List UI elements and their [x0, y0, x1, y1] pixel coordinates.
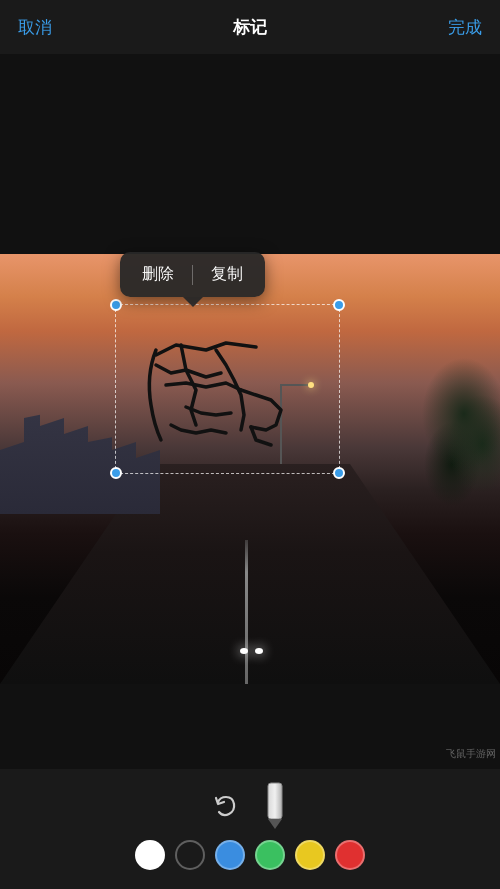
handle-bottom-left[interactable] [110, 467, 122, 479]
watermark: 飞鼠手游网 [446, 743, 496, 761]
color-black[interactable] [175, 840, 205, 870]
cancel-button[interactable]: 取消 [18, 16, 52, 39]
color-green[interactable] [255, 840, 285, 870]
top-bar: 取消 标记 完成 [0, 0, 500, 54]
tool-row [207, 788, 293, 824]
road-line [245, 524, 248, 684]
handle-top-left[interactable] [110, 299, 122, 311]
image-canvas[interactable]: 删除 复制 [0, 54, 500, 769]
trees-right [380, 334, 500, 534]
delete-menu-item[interactable]: 删除 [124, 260, 192, 289]
handle-bottom-right[interactable] [333, 467, 345, 479]
color-yellow[interactable] [295, 840, 325, 870]
undo-button[interactable] [207, 788, 243, 824]
svg-marker-1 [268, 819, 282, 829]
undo-icon [211, 792, 239, 820]
color-red[interactable] [335, 840, 365, 870]
pen-tool-button[interactable] [257, 788, 293, 824]
color-picker-row [135, 840, 365, 870]
selection-box[interactable] [115, 304, 340, 474]
watermark-text: 飞鼠手游网 [446, 748, 496, 759]
context-menu: 删除 复制 [120, 252, 265, 297]
signature-drawing [126, 315, 331, 465]
copy-menu-item[interactable]: 复制 [193, 260, 261, 289]
bottom-toolbar [0, 769, 500, 889]
done-button[interactable]: 完成 [448, 16, 482, 39]
handle-top-right[interactable] [333, 299, 345, 311]
color-white[interactable] [135, 840, 165, 870]
color-blue[interactable] [215, 840, 245, 870]
svg-rect-0 [268, 783, 282, 819]
pen-icon [264, 781, 286, 831]
page-title: 标记 [233, 16, 267, 39]
